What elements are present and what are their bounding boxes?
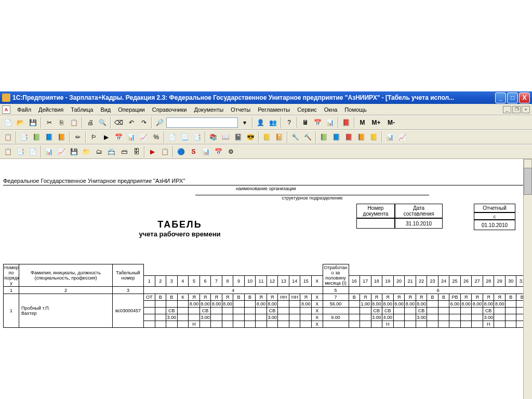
th-fio: Фамилия, инициалы, должность (специально…	[19, 264, 113, 287]
tb3-9[interactable]: 📇	[105, 146, 117, 157]
cut-icon[interactable]: ✂	[43, 117, 55, 128]
paste-icon[interactable]: 📋	[68, 117, 80, 128]
menu-Сервис[interactable]: Сервис	[294, 105, 321, 114]
person1-icon[interactable]: 👤	[255, 117, 267, 128]
tb3-16[interactable]: 📊	[200, 146, 212, 157]
date-value: 31.10.2010	[395, 218, 443, 229]
tb2-10[interactable]: 📊	[125, 131, 137, 143]
tb2-28[interactable]: 📒	[368, 131, 380, 143]
print-icon[interactable]: 🖨	[84, 117, 96, 128]
save-icon[interactable]: 💾	[27, 117, 39, 128]
calendar-icon[interactable]: 📅	[312, 117, 324, 128]
timesheet-table: Номер по порядк у Фамилия, инициалы, дол…	[3, 264, 528, 328]
tb2-12[interactable]: %	[150, 131, 162, 143]
menu-Справочники[interactable]: Справочники	[149, 105, 191, 114]
person2-icon[interactable]: 👥	[267, 117, 279, 128]
period-from: 01.10.2010	[474, 220, 515, 230]
tb2-3[interactable]: 📗	[31, 131, 43, 143]
tb3-5[interactable]: 📈	[56, 146, 68, 157]
tb2-24[interactable]: 📗	[318, 131, 330, 143]
menu-Таблица[interactable]: Таблица	[67, 105, 97, 114]
tb2-6[interactable]: ✏	[72, 131, 84, 143]
dropdown-icon[interactable]: ▾	[238, 117, 250, 128]
new-icon[interactable]: 📄	[2, 117, 14, 128]
preview-icon[interactable]: 🔍	[97, 117, 109, 128]
tb3-1[interactable]: 📋	[2, 146, 14, 157]
menu-Файл[interactable]: Файл	[14, 105, 35, 114]
calc-icon[interactable]: 🖩	[299, 117, 311, 128]
tb3-13[interactable]: 📋	[159, 146, 171, 157]
tb3-6[interactable]: 💾	[68, 146, 80, 157]
delete-icon[interactable]: ⌫	[113, 117, 125, 128]
search-input[interactable]	[166, 117, 238, 128]
book-icon[interactable]: 📕	[340, 117, 352, 128]
copy-icon[interactable]: ⎘	[56, 117, 68, 128]
tb2-29[interactable]: 📊	[384, 131, 396, 143]
tb2-16[interactable]: 📚	[207, 131, 219, 143]
tb2-14[interactable]: 📃	[179, 131, 191, 143]
maximize-button[interactable]: □	[507, 92, 518, 103]
redo-icon[interactable]: ↷	[138, 117, 150, 128]
tb2-15[interactable]: 📑	[191, 131, 203, 143]
tb2-23[interactable]: 🔨	[302, 131, 314, 143]
tb3-11[interactable]: 🗄	[130, 146, 142, 157]
mdi-restore[interactable]: ❐	[512, 106, 521, 113]
menu-Операции[interactable]: Операции	[114, 105, 148, 114]
find-icon[interactable]: 🔎	[154, 117, 166, 128]
vertical-scrollbar[interactable]	[523, 159, 532, 399]
menu-Документы[interactable]: Документы	[190, 105, 227, 114]
tb3-15[interactable]: S	[188, 146, 200, 157]
tb3-4[interactable]: 📊	[43, 146, 55, 157]
tb2-11[interactable]: 📈	[138, 131, 150, 143]
tb3-2[interactable]: 📑	[15, 146, 26, 157]
tb2-7[interactable]: 🏳	[88, 131, 100, 143]
tb3-8[interactable]: 🗂	[93, 146, 105, 157]
tb2-21[interactable]: 📔	[273, 131, 285, 143]
tb2-22[interactable]: 🔧	[289, 131, 301, 143]
tb2-8[interactable]: ▶	[100, 131, 112, 143]
titlebar: 1С:Предприятие - Зарплата+Кадры. Редакци…	[0, 91, 532, 104]
menu-Регламенты[interactable]: Регламенты	[254, 105, 294, 114]
tb2-20[interactable]: 📒	[261, 131, 273, 143]
menu-Окна[interactable]: Окна	[321, 105, 341, 114]
app-menu-icon: А	[2, 105, 10, 114]
tb2-17[interactable]: 📖	[220, 131, 232, 143]
open-icon[interactable]: 📂	[15, 117, 26, 128]
tb2-4[interactable]: 📘	[43, 131, 55, 143]
mdi-close[interactable]: ×	[522, 106, 530, 113]
tb3-12[interactable]: ▶	[147, 146, 158, 157]
tb2-13[interactable]: 📄	[166, 131, 178, 143]
menu-Действия[interactable]: Действия	[35, 105, 67, 114]
menu-Помощь[interactable]: Помощь	[341, 105, 370, 114]
tb3-7[interactable]: 📁	[81, 146, 92, 157]
tb3-18[interactable]: ⚙	[225, 146, 237, 157]
minimize-button[interactable]: _	[495, 92, 506, 103]
tb3-14[interactable]: 🔵	[175, 146, 187, 157]
close-button[interactable]: X	[519, 92, 530, 103]
tb2-30[interactable]: 📈	[396, 131, 408, 143]
mminus-button[interactable]: M-	[384, 117, 398, 128]
tb2-18[interactable]: 📓	[232, 131, 244, 143]
toolbar-1: 📄 📂 💾 ✂ ⎘ 📋 🖨 🔍 ⌫ ↶ ↷ 🔎 ▾ 👤 👥 ? 🖩 📅 📊 📕 …	[0, 115, 532, 130]
tb2-19[interactable]: 😎	[245, 131, 257, 143]
window-title: 1С:Предприятие - Зарплата+Кадры. Редакци…	[12, 94, 495, 101]
tb2-26[interactable]: 📕	[343, 131, 355, 143]
help-icon[interactable]: ?	[283, 117, 295, 128]
menu-Отчеты[interactable]: Отчеты	[227, 105, 254, 114]
tb3-3[interactable]: 📄	[27, 146, 39, 157]
tb2-2[interactable]: 📑	[18, 131, 30, 143]
m-button[interactable]: M	[356, 117, 368, 128]
chart-icon[interactable]: 📊	[324, 117, 336, 128]
menu-Вид[interactable]: Вид	[97, 105, 114, 114]
org-name: Федеральное Государственное Унитарное пр…	[3, 162, 529, 185]
tb3-17[interactable]: 📅	[212, 146, 224, 157]
mdi-minimize[interactable]: _	[503, 106, 511, 113]
tb3-10[interactable]: 🗃	[118, 146, 130, 157]
mplus-button[interactable]: M+	[369, 117, 383, 128]
undo-icon[interactable]: ↶	[125, 117, 137, 128]
tb2-27[interactable]: 📙	[355, 131, 367, 143]
tb2-9[interactable]: 📅	[113, 131, 125, 143]
tb2-5[interactable]: 📙	[56, 131, 68, 143]
tb2-25[interactable]: 📘	[330, 131, 342, 143]
tb2-1[interactable]: 📋	[2, 131, 14, 143]
